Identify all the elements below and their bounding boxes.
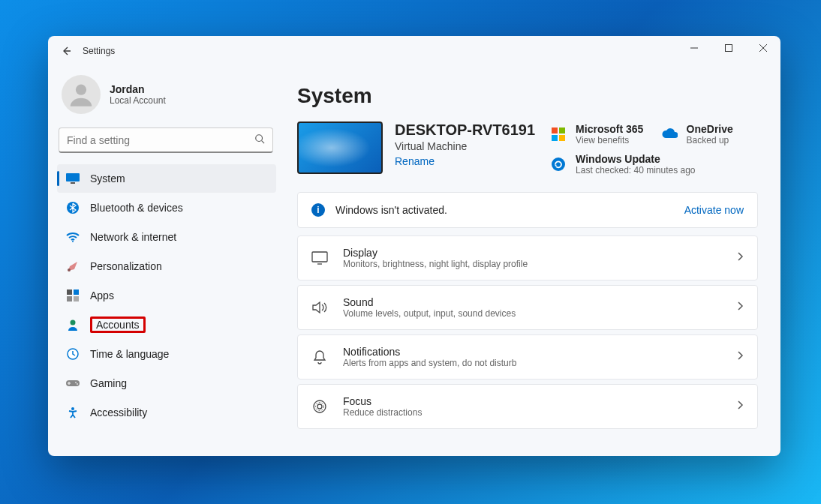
- setting-row-display[interactable]: Display Monitors, brightness, night ligh…: [297, 236, 758, 280]
- svg-point-31: [316, 403, 324, 411]
- nav-label: Accessibility: [90, 406, 147, 418]
- pc-info: DESKTOP-RVT6191 Virtual Machine Rename: [395, 122, 535, 167]
- setting-row-notifications[interactable]: Notifications Alerts from apps and syste…: [297, 334, 758, 380]
- row-title: Sound: [343, 296, 721, 308]
- sidebar-item-accessibility[interactable]: Accessibility: [57, 398, 276, 427]
- onedrive-icon: [661, 126, 678, 142]
- brush-icon: [66, 260, 80, 273]
- svg-point-4: [76, 85, 86, 95]
- bell-icon: [311, 349, 328, 365]
- window-title: Settings: [83, 46, 115, 56]
- row-sub: Reduce distractions: [343, 407, 721, 418]
- nav-label: Network & internet: [90, 231, 176, 243]
- search-box[interactable]: [59, 128, 273, 153]
- profile-block[interactable]: Jordan Local Account: [57, 69, 281, 128]
- nav-label: Accounts: [90, 316, 146, 333]
- update-icon: [550, 156, 567, 172]
- setting-row-sound[interactable]: Sound Volume levels, output, input, soun…: [297, 285, 758, 330]
- card-title: OneDrive: [687, 123, 733, 135]
- sidebar: Jordan Local Account SystemBluetooth & d…: [48, 66, 281, 456]
- gamepad-icon: [66, 376, 80, 390]
- row-text: Sound Volume levels, output, input, soun…: [343, 296, 721, 319]
- accessibility-icon: [66, 406, 80, 419]
- nav-label: Time & language: [90, 348, 169, 360]
- profile-sub: Local Account: [110, 95, 166, 106]
- profile-name: Jordan: [110, 83, 166, 95]
- pc-thumbnail[interactable]: [297, 122, 383, 174]
- chevron-right-icon: [736, 301, 744, 314]
- nav-label: Bluetooth & devices: [90, 202, 183, 214]
- window-controls: [677, 36, 780, 60]
- row-sub: Monitors, brightness, night light, displ…: [343, 259, 721, 269]
- card-update[interactable]: Windows UpdateLast checked: 40 minutes a…: [550, 152, 758, 177]
- svg-point-26: [552, 158, 565, 171]
- card-sub: Last checked: 40 minutes ago: [576, 165, 695, 176]
- activation-banner: i Windows isn't activated. Activate now: [297, 192, 758, 228]
- ms365-icon: [550, 126, 567, 142]
- svg-line-6: [262, 140, 265, 143]
- row-text: Notifications Alerts from apps and syste…: [343, 346, 721, 368]
- card-ms365[interactable]: Microsoft 365View benefits: [550, 122, 647, 147]
- back-button[interactable]: [54, 39, 78, 63]
- sidebar-item-accounts[interactable]: Accounts: [57, 310, 276, 339]
- person-icon: [67, 80, 95, 109]
- sidebar-item-network-internet[interactable]: Network & internet: [57, 223, 276, 251]
- back-arrow-icon: [60, 45, 72, 57]
- card-title: Windows Update: [576, 153, 695, 165]
- minimize-button[interactable]: [677, 36, 711, 60]
- svg-point-5: [256, 134, 263, 141]
- sidebar-item-gaming[interactable]: Gaming: [57, 369, 276, 398]
- activate-link[interactable]: Activate now: [684, 204, 744, 216]
- sidebar-item-system[interactable]: System: [57, 164, 276, 193]
- search-input[interactable]: [67, 134, 254, 146]
- nav-label: System: [90, 172, 125, 184]
- pc-name: DESKTOP-RVT6191: [395, 122, 535, 139]
- svg-rect-22: [552, 128, 558, 134]
- focus-icon: [311, 398, 328, 415]
- card-sub: Backed up: [687, 135, 733, 146]
- row-title: Notifications: [343, 346, 721, 358]
- setting-row-focus[interactable]: Focus Reduce distractions: [297, 384, 758, 429]
- sidebar-item-apps[interactable]: Apps: [57, 281, 276, 310]
- svg-rect-1: [726, 45, 732, 52]
- svg-point-11: [68, 268, 71, 272]
- clock-icon: [66, 347, 80, 361]
- svg-rect-27: [312, 252, 327, 262]
- sound-icon: [311, 299, 328, 316]
- svg-point-10: [72, 241, 74, 242]
- svg-point-20: [77, 383, 78, 385]
- pc-type: Virtual Machine: [395, 140, 535, 152]
- svg-point-21: [71, 407, 74, 410]
- profile-text: Jordan Local Account: [110, 83, 166, 106]
- svg-rect-15: [74, 296, 79, 302]
- row-sub: Alerts from apps and system, do not dist…: [343, 358, 721, 368]
- titlebar: Settings: [48, 36, 780, 66]
- rename-link[interactable]: Rename: [395, 155, 535, 167]
- person-icon: [66, 318, 80, 332]
- system-top-row: DESKTOP-RVT6191 Virtual Machine Rename M…: [297, 122, 758, 177]
- close-button[interactable]: [746, 36, 780, 60]
- bluetooth-icon: [66, 201, 80, 214]
- apps-icon: [66, 289, 80, 302]
- wifi-icon: [66, 230, 80, 244]
- maximize-button[interactable]: [711, 36, 746, 60]
- row-title: Focus: [343, 395, 721, 407]
- svg-rect-12: [67, 290, 72, 295]
- sidebar-item-bluetooth-devices[interactable]: Bluetooth & devices: [57, 194, 276, 222]
- card-title: Microsoft 365: [576, 123, 643, 135]
- row-text: Display Monitors, brightness, night ligh…: [343, 247, 721, 269]
- card-sub: View benefits: [576, 135, 643, 146]
- sidebar-item-time-language[interactable]: Time & language: [57, 340, 276, 368]
- sidebar-item-personalization[interactable]: Personalization: [57, 252, 276, 280]
- chevron-right-icon: [736, 400, 744, 413]
- monitor-icon: [66, 172, 80, 185]
- main-content: System DESKTOP-RVT6191 Virtual Machine R…: [281, 66, 780, 456]
- svg-rect-25: [559, 135, 565, 141]
- card-onedrive[interactable]: OneDriveBacked up: [661, 122, 758, 147]
- nav-label: Personalization: [90, 260, 162, 272]
- quick-cards: Microsoft 365View benefits OneDriveBacke…: [550, 122, 758, 177]
- svg-rect-8: [71, 182, 75, 184]
- svg-rect-24: [552, 135, 558, 141]
- svg-point-19: [75, 382, 77, 383]
- search-icon: [254, 134, 265, 147]
